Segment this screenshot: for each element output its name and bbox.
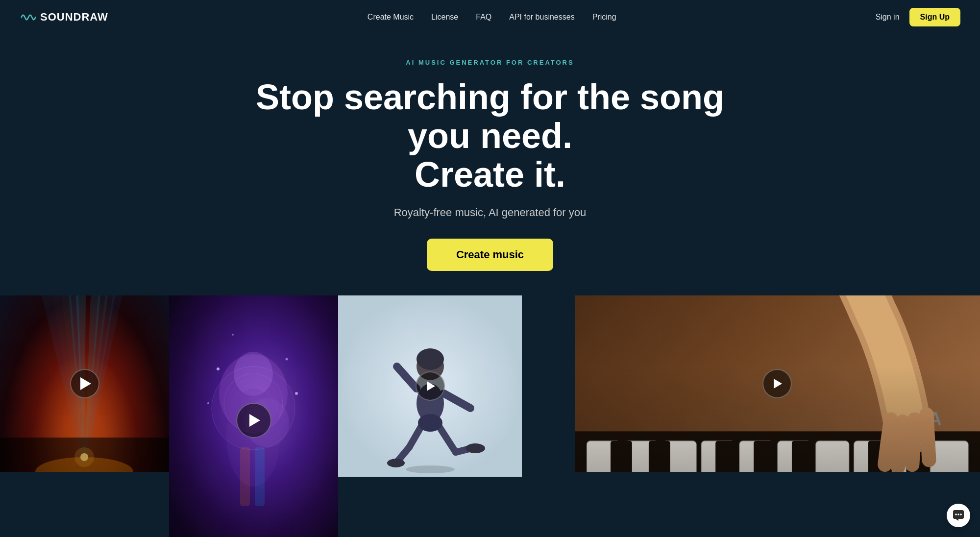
piano-play-button[interactable] — [762, 369, 792, 398]
nav-links: Create Music License FAQ API for busines… — [368, 13, 616, 22]
nav-create-music[interactable]: Create Music — [368, 13, 414, 21]
svg-point-28 — [406, 465, 455, 473]
play-icon — [427, 381, 435, 391]
soundraw-logo-icon — [20, 8, 37, 26]
svg-point-101 — [955, 513, 957, 515]
nav-license[interactable]: License — [431, 13, 458, 21]
svg-point-31 — [416, 348, 444, 370]
hero-description: Royalty-free music, AI generated for you — [20, 206, 960, 219]
media-section: YA — [0, 295, 980, 537]
hero-title-line2: Create it. — [415, 155, 565, 194]
chat-widget[interactable] — [947, 504, 970, 527]
svg-point-20 — [295, 392, 298, 395]
svg-point-21 — [232, 334, 234, 336]
sign-in-link[interactable]: Sign in — [876, 13, 900, 22]
play-icon — [249, 414, 260, 427]
sign-up-button[interactable]: Sign Up — [909, 8, 960, 26]
logo-link[interactable]: SOUNDRAW — [20, 8, 108, 26]
nav-faq[interactable]: FAQ — [476, 13, 491, 21]
hero-subtitle: AI MUSIC GENERATOR FOR CREATORS — [20, 59, 960, 66]
nav-pricing[interactable]: Pricing — [592, 13, 616, 21]
chat-icon — [952, 509, 965, 522]
navbar: SOUNDRAW Create Music License FAQ API fo… — [0, 0, 980, 34]
play-icon — [774, 379, 782, 389]
logo-text: SOUNDRAW — [40, 11, 108, 24]
svg-point-39 — [387, 459, 405, 467]
svg-point-38 — [466, 443, 485, 453]
nav-api[interactable]: API for businesses — [509, 13, 574, 21]
hero-section: AI MUSIC GENERATOR FOR CREATORS Stop sea… — [0, 34, 980, 281]
concert-card[interactable] — [0, 295, 169, 472]
concert-play-button[interactable] — [70, 369, 99, 398]
hero-title-line1: Stop searching for the song you need. — [256, 77, 724, 155]
dancer-play-button[interactable] — [416, 371, 445, 401]
nav-right: Sign in Sign Up — [876, 8, 960, 26]
dj-play-button[interactable] — [236, 403, 271, 438]
dj-card[interactable] — [169, 295, 338, 537]
create-music-button[interactable]: Create music — [427, 239, 553, 271]
svg-point-102 — [957, 513, 959, 515]
piano-card[interactable]: YA — [575, 295, 980, 472]
hero-title: Stop searching for the song you need. Cr… — [220, 78, 760, 195]
svg-rect-25 — [240, 447, 250, 506]
svg-rect-26 — [255, 447, 265, 506]
svg-point-17 — [217, 367, 220, 370]
svg-point-18 — [286, 358, 288, 360]
dancer-card[interactable] — [338, 295, 522, 477]
svg-point-40 — [418, 414, 442, 432]
svg-point-103 — [960, 513, 962, 515]
play-icon — [80, 377, 91, 390]
svg-point-19 — [207, 402, 209, 404]
